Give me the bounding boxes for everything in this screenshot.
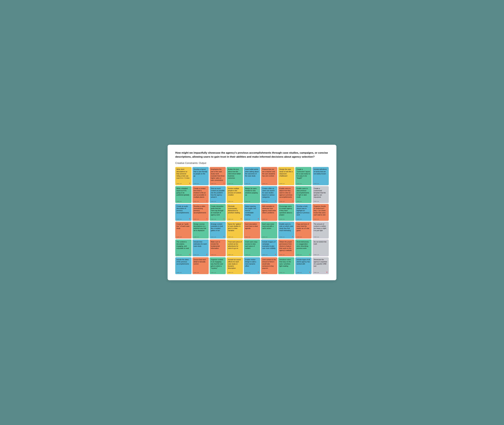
heart-icon-10[interactable]: ♥	[206, 200, 207, 202]
card-1: Develop a layout that is user-friendly t…	[192, 167, 209, 185]
card-16: Enable users to view previous accomplish…	[295, 186, 312, 203]
card-text-8: Include definitions of words that are no…	[314, 168, 327, 182]
card-author-1: Katie Lee	[194, 183, 199, 184]
page-container: How might we impactfully showcase the ag…	[168, 145, 336, 280]
card-text-51: Introduce colors that easy on the eyes /…	[279, 259, 293, 271]
card-47: Organize content in an engaging way that…	[210, 257, 226, 274]
card-51: Introduce colors that easy on the eyes /…	[278, 257, 294, 274]
heart-icon-49[interactable]: ♥	[258, 271, 259, 273]
card-text-5: Pretend that you are a teacher and the u…	[262, 168, 276, 182]
heart-icon-41[interactable]: ♥	[275, 253, 276, 255]
heart-icon-0[interactable]: ♥	[189, 182, 190, 184]
card-text-29: Arrange content examples to look like a …	[211, 223, 225, 235]
card-text-0: Write short descriptions so that someone…	[177, 168, 190, 181]
card-50: Limit content to the amount of time it w…	[261, 257, 277, 274]
heart-icon-2[interactable]: ♥	[224, 182, 225, 184]
heart-icon-37[interactable]: ♥	[206, 253, 207, 255]
card-author-22: Katie Lee	[245, 219, 250, 220]
card-text-25: Develop a bold, vibrant way to highlight…	[297, 205, 310, 218]
card-author-0: Katie Lee	[177, 183, 182, 184]
card-author-25: Katie Lee	[297, 219, 302, 220]
card-text-17: Create a customized template that the ag…	[314, 187, 327, 200]
card-text-4: Insert bullet points when talking about …	[245, 168, 259, 182]
heart-icon-29[interactable]: ♥	[224, 236, 225, 238]
card-text-23: Add examples to showcase how agency coul…	[262, 205, 276, 218]
card-author-20: Katie Lee	[211, 219, 216, 220]
card-text-44: Do not stretch the truth	[314, 241, 327, 253]
card-52: Include logos of all clients agency has …	[295, 257, 312, 274]
card-author-34: Katie Lee	[297, 236, 302, 238]
card-author-42: Katie Lee	[279, 254, 285, 255]
card-20: Create interactive guide that lets users…	[210, 204, 226, 221]
card-author-5: Katie Lee	[262, 183, 267, 184]
card-49: Enable motion design to add a more dynam…	[244, 257, 260, 274]
card-text-48: Include fun sound effects for each case …	[228, 259, 242, 271]
card-text-41: Include imagery of campaign examples to …	[262, 241, 276, 252]
card-author-30: Katie Lee	[228, 236, 233, 238]
card-text-38: Make sure to include the fundamental inf…	[211, 241, 225, 253]
card-11: Give as much context as possible into th…	[210, 186, 226, 203]
card-text-21: Eliminate unnecessary distractions to pr…	[228, 205, 242, 217]
heart-icon-43[interactable]: ♥	[309, 253, 310, 255]
card-text-34: Copy and tone of voice treat the reader …	[297, 223, 310, 235]
card-40: Grant users easy access to view each pie…	[244, 239, 260, 256]
heart-icon-21[interactable]: ♥	[240, 218, 242, 220]
card-5: Pretend that you are a teacher and the u…	[261, 167, 277, 185]
heart-icon-36[interactable]: ♥	[189, 253, 190, 255]
card-author-32: Katie Lee	[262, 236, 267, 238]
card-author-37: Katie Lee	[194, 254, 199, 255]
card-6: Design the case study to look like a cla…	[278, 167, 294, 185]
heart-icon-20[interactable]: ♥	[224, 218, 225, 220]
card-text-7: Create a "curriculum" layout for a case …	[297, 168, 310, 182]
card-text-33: Enable users to vote on which case study…	[279, 223, 293, 235]
card-author-9: Katie Lee	[177, 201, 182, 202]
section-title: Creative Constraints: Output	[175, 162, 329, 165]
heart-icon-22[interactable]: ♥	[258, 218, 259, 220]
card-25: Develop a bold, vibrant way to highlight…	[295, 204, 312, 221]
card-text-31: Each description must have a clear agend…	[245, 223, 259, 235]
card-text-26: Organize chunks of content as if they = …	[314, 205, 327, 218]
heart-icon-33[interactable]: ♥	[292, 236, 293, 238]
card-39: Treat each piece of content as fun adven…	[227, 239, 243, 256]
card-text-10: Create a contact form that is intuitive …	[194, 187, 207, 199]
card-text-30: Name the "gallery" of case studies to gi…	[228, 223, 242, 235]
card-41: Include imagery of campaign examples to …	[261, 239, 277, 256]
card-author-6: Katie Lee	[279, 183, 285, 184]
card-author-36: Katie Lee	[177, 254, 182, 255]
heart-icon-18[interactable]: ♥	[189, 218, 190, 220]
card-text-37: Include time estimates for each case stu…	[194, 241, 207, 252]
card-text-39: Treat each piece of content as fun adven…	[228, 241, 242, 253]
cards-grid: Write short descriptions so that someone…	[175, 167, 329, 274]
card-author-47: Katie Lee	[211, 272, 216, 273]
heart-icon-15[interactable]: ♥	[292, 200, 293, 202]
card-author-15: Katie Lee	[279, 201, 285, 202]
card-author-40: Katie Lee	[245, 254, 250, 255]
card-author-24: Katie Lee	[279, 219, 285, 220]
card-text-47: Organize content in an engaging way that…	[211, 259, 225, 271]
card-8: Include definitions of words that are no…	[313, 167, 329, 185]
heart-icon-53[interactable]: ♥	[326, 271, 327, 273]
card-27: Create an "audio tour" of each case stud…	[175, 222, 191, 239]
card-author-7: Katie Lee	[297, 183, 302, 184]
card-author-17: Katie Lee	[314, 201, 319, 202]
card-author-11: Katie Lee	[211, 201, 216, 202]
heart-icon-52[interactable]: ♥	[309, 271, 310, 273]
card-42: Obtain the proper permissions from clien…	[278, 239, 294, 256]
card-22: Adjust spacing, line height, font size f…	[244, 204, 260, 221]
card-text-18: Create an audio description of previous …	[177, 205, 190, 217]
card-12: Involve multiple people in the process o…	[227, 186, 243, 203]
card-46: Ensure that each detail is factually cor…	[192, 257, 209, 274]
card-18: Create an audio description of previous …	[175, 204, 191, 221]
card-author-35: Katie Lee	[314, 236, 319, 238]
card-text-22: Adjust spacing, line height, font size f…	[245, 205, 259, 217]
card-text-12: Involve multiple people in the process o…	[228, 187, 242, 200]
card-19: Develop a video summarizing previous acc…	[192, 204, 209, 221]
card-author-52: Katie Lee	[297, 272, 302, 273]
card-15: Enable users to adjust how they want to …	[278, 186, 294, 203]
card-author-29: Katie Lee	[211, 236, 216, 238]
heart-icon-14[interactable]: ♥	[275, 200, 276, 202]
card-text-36: The content is descriptive, engaging, an…	[177, 241, 190, 252]
card-0: Write short descriptions so that someone…	[175, 167, 191, 185]
heart-icon-19[interactable]: ♥	[206, 218, 207, 220]
card-text-1: Develop a layout that is user-friendly t…	[194, 168, 207, 182]
